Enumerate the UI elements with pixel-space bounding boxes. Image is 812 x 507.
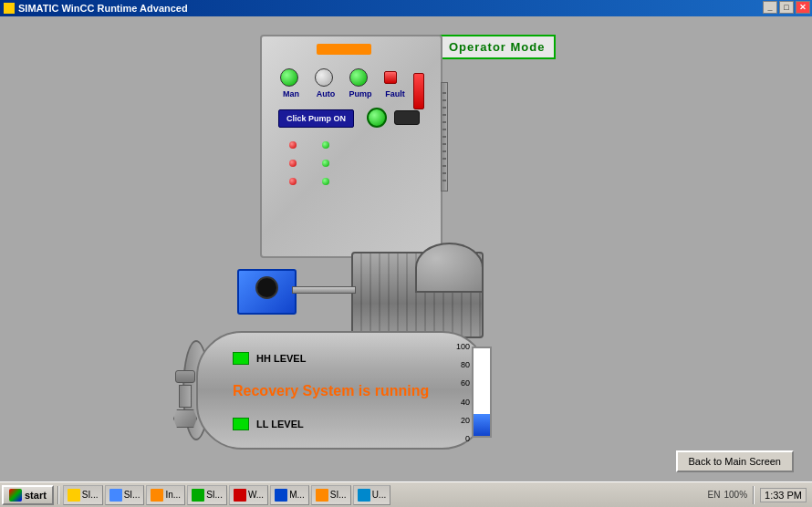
- back-to-main-button[interactable]: Back to Main Screen: [676, 450, 795, 472]
- pump-shaft: [292, 286, 356, 294]
- pump-label: Pump: [348, 89, 373, 98]
- lang-indicator: EN: [708, 490, 721, 500]
- panel-vent: [441, 82, 448, 191]
- app-icon-6: [275, 489, 287, 502]
- indicator-lights-row: [280, 68, 397, 87]
- gauge-40: 40: [461, 398, 470, 407]
- gauge-0: 0: [465, 435, 470, 443]
- taskbar-app-wincc-active[interactable]: SI...: [311, 485, 351, 505]
- toggle-green-indicator: [367, 108, 387, 128]
- app-icon: [4, 3, 15, 14]
- gauge-60: 60: [461, 379, 470, 388]
- man-label: Man: [278, 89, 304, 98]
- auto-light: [315, 68, 333, 87]
- app-icon-3: [151, 489, 163, 502]
- minimize-button[interactable]: _: [763, 1, 777, 14]
- pump-light: [349, 68, 368, 87]
- title-text: SIMATIC WinCC Runtime Advanced: [18, 3, 188, 14]
- app-icon-simatic: [68, 489, 80, 502]
- app-icon-wincc: [316, 489, 328, 502]
- operator-mode-badge: Operator Mode: [438, 35, 556, 59]
- status-dots-grid: [289, 141, 329, 196]
- taskbar-app-7[interactable]: U...: [353, 485, 391, 505]
- tank-connector: [173, 370, 197, 428]
- auto-label: Auto: [313, 89, 338, 98]
- hh-level-indicator: HH LEVEL: [233, 352, 306, 365]
- fault-indicator-bar: [413, 73, 424, 109]
- taskbar-separator-1: [57, 486, 59, 504]
- control-panel: Man Auto Pump Fault Click Pump ON: [260, 35, 442, 258]
- system-clock: 1:33 PM: [760, 488, 807, 502]
- maximize-button[interactable]: □: [779, 1, 794, 14]
- pump-circle: [255, 276, 278, 299]
- close-button[interactable]: ✕: [796, 1, 810, 14]
- zoom-indicator: 100%: [724, 490, 747, 500]
- ll-level-label: LL LEVEL: [256, 419, 304, 429]
- toggle-area: [367, 108, 420, 128]
- window-controls[interactable]: _ □ ✕: [763, 1, 810, 14]
- toggle-switch[interactable]: [394, 110, 420, 125]
- connector-flange-top: [175, 370, 195, 383]
- system-tray: EN 100% 1:33 PM: [708, 486, 810, 504]
- title-bar: SIMATIC WinCC Runtime Advanced _ □ ✕: [0, 0, 812, 16]
- dot-red-1: [289, 141, 297, 149]
- panel-top-strip: [317, 44, 371, 55]
- gauge-80: 80: [461, 361, 470, 369]
- start-icon: [9, 489, 22, 502]
- taskbar-app-5[interactable]: W...: [229, 485, 268, 505]
- motor-dome: [415, 243, 484, 293]
- tray-sep: [753, 486, 755, 504]
- start-button[interactable]: start: [2, 485, 54, 505]
- pump-on-button[interactable]: Click Pump ON: [278, 109, 354, 128]
- ll-level-indicator: LL LEVEL: [233, 418, 304, 430]
- taskbar-app-4[interactable]: SI...: [187, 485, 227, 505]
- gauge-100: 100: [456, 343, 470, 351]
- fault-label: Fault: [382, 89, 408, 98]
- gauge-scale: 100 80 60 40 20 0: [452, 343, 470, 443]
- dot-green-3: [322, 178, 329, 185]
- dot-red-3: [289, 178, 297, 185]
- man-light: [280, 68, 298, 87]
- gauge-tube: [472, 347, 492, 438]
- gauge-20: 20: [461, 417, 470, 425]
- app-icon-7: [358, 489, 370, 502]
- taskbar-app-3[interactable]: In...: [146, 485, 185, 505]
- taskbar-app-6[interactable]: M...: [270, 485, 309, 505]
- dot-red-2: [289, 160, 297, 167]
- fault-light: [384, 71, 397, 84]
- dot-row-3: [289, 178, 329, 185]
- taskbar: start SI... SI... In... SI... W... M... …: [0, 481, 812, 507]
- level-gauge: 100 80 60 40 20 0: [452, 343, 502, 443]
- taskbar-app-simatic[interactable]: SI...: [63, 485, 103, 505]
- connector-body: [179, 385, 192, 408]
- connector-hex: [173, 409, 197, 428]
- dot-row-1: [289, 141, 329, 149]
- dot-green-1: [322, 141, 329, 149]
- main-content: Operator Mode Man Auto Pump Fault Click …: [0, 16, 812, 489]
- ll-level-light: [233, 418, 249, 430]
- indicator-labels: Man Auto Pump Fault: [278, 89, 408, 98]
- hh-level-light: [233, 352, 249, 365]
- app-icon-2: [109, 489, 122, 502]
- recovery-status-text: Recovery System is running: [233, 383, 429, 399]
- dot-row-2: [289, 160, 329, 167]
- app-icon-4: [192, 489, 204, 502]
- hh-level-label: HH LEVEL: [256, 353, 306, 364]
- dot-green-2: [322, 160, 329, 167]
- taskbar-app-2[interactable]: SI...: [105, 485, 145, 505]
- gauge-fill: [474, 414, 490, 436]
- app-icon-5: [234, 489, 246, 502]
